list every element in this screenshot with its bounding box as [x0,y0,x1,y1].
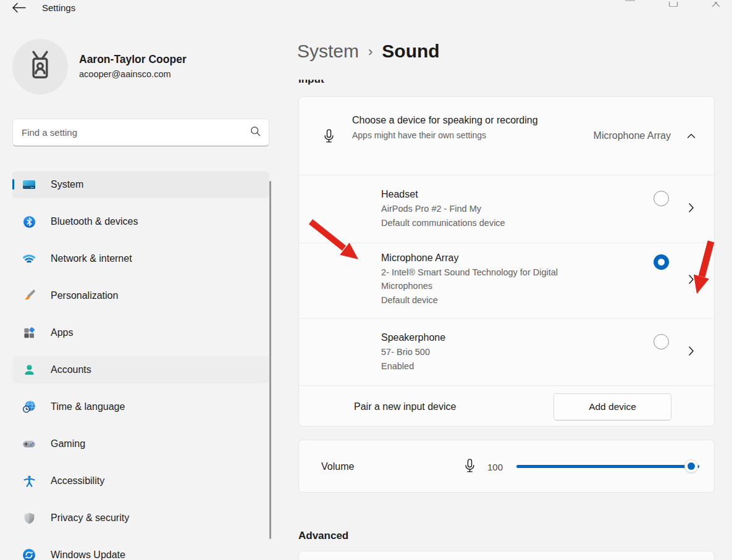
system-icon [22,178,36,191]
close-icon [709,2,723,7]
sidebar-item-label: System [51,179,83,190]
breadcrumb-separator-icon: › [368,43,372,60]
sidebar-item-system[interactable]: System [12,171,269,198]
expander-subtitle: Apps might have their own settings [352,130,538,140]
sidebar-item-bluetooth-devices[interactable]: Bluetooth & devices [12,208,269,235]
breadcrumb: System › Sound [297,41,440,62]
minimize-button[interactable] [625,0,635,1]
sidebar-item-personalization[interactable]: Personalization [12,282,269,309]
brush-icon [22,289,36,303]
microphone-array-radio[interactable] [654,254,669,270]
sidebar-item-label: Privacy & security [51,512,129,524]
chevron-up-icon[interactable] [687,130,696,141]
chevron-right-icon[interactable] [688,274,694,287]
speakerphone-radio[interactable] [654,334,669,349]
device-name: Microphone Array [381,251,586,265]
sidebar-item-label: Accessibility [51,475,104,487]
sidebar-item-network-internet[interactable]: Network & internet [12,245,269,272]
apps-icon [22,326,36,340]
volume-slider-track[interactable] [516,465,699,468]
pair-device-label: Pair a new input device [354,401,456,412]
sidebar-item-time-language[interactable]: Time & language [12,393,269,420]
device-status: Enabled [381,359,445,373]
pair-device-row: Pair a new input device Add device [299,385,714,427]
maximize-button[interactable] [668,0,679,7]
sidebar-item-label: Time & language [51,401,125,412]
headset-radio[interactable] [654,191,669,206]
bluetooth-icon [22,215,36,228]
advanced-card-clipped[interactable] [298,551,715,560]
id-badge-icon [24,51,56,83]
device-name: Speakerphone [381,331,445,345]
sidebar-scrollbar[interactable] [269,181,271,539]
sidebar-item-label: Gaming [51,438,85,449]
choose-device-expander[interactable]: Choose a device for speaking or recordin… [299,97,714,175]
sidebar-item-privacy-security[interactable]: Privacy & security [12,504,269,532]
page-title: Sound [382,41,439,62]
chevron-right-icon[interactable] [688,203,694,215]
maximize-icon [668,2,679,7]
selected-accent-bar [12,179,14,190]
sidebar-item-label: Network & internet [51,253,132,264]
device-row-headset[interactable]: Headset AirPods Pro #2 - Find My Default… [299,175,714,243]
sidebar-item-label: Windows Update [51,550,125,560]
search-icon [250,125,261,140]
expander-title: Choose a device for speaking or recordin… [352,113,538,127]
back-arrow-icon [12,2,27,15]
accounts-icon [22,363,36,377]
breadcrumb-parent[interactable]: System [297,41,359,62]
sidebar-item-apps[interactable]: Apps [12,319,269,346]
sidebar-item-accounts[interactable]: Accounts [12,356,269,383]
sidebar-item-label: Personalization [51,290,118,301]
window-title: Settings [42,2,75,13]
wifi-icon [22,252,36,265]
chevron-right-icon[interactable] [688,346,694,359]
shield-icon [22,511,36,525]
selected-device-value: Microphone Array [594,130,671,141]
sidebar-item-windows-update[interactable]: Windows Update [12,541,269,560]
volume-label: Volume [321,461,354,472]
device-row-speakerphone[interactable]: Speakerphone 57- Brio 500 Enabled [299,318,714,385]
sidebar-item-label: Bluetooth & devices [51,216,138,227]
profile-name: Aaron-Taylor Cooper [79,53,187,66]
device-status: Default device [381,293,586,307]
gamepad-icon [22,437,36,451]
search-box[interactable] [12,119,269,146]
windows-update-icon [22,548,36,560]
device-name: Headset [381,188,505,201]
device-detail: 2- Intel® Smart Sound Technology for Dig… [381,265,586,293]
device-detail: AirPods Pro #2 - Find My [381,202,505,215]
add-device-button[interactable]: Add device [553,393,671,420]
volume-slider-thumb[interactable] [684,459,698,473]
microphone-icon [462,458,477,476]
globe-clock-icon [22,400,36,414]
sidebar-item-accessibility[interactable]: Accessibility [12,467,269,495]
volume-value: 100 [487,462,503,472]
back-button[interactable] [10,1,28,16]
device-detail: 57- Brio 500 [381,345,445,359]
user-avatar[interactable] [12,39,68,94]
close-button[interactable] [709,0,723,7]
advanced-section-label: Advanced [298,530,348,542]
sidebar-item-gaming[interactable]: Gaming [12,430,269,458]
input-devices-card: Choose a device for speaking or recordin… [298,96,715,427]
device-row-microphone-array[interactable]: Microphone Array 2- Intel® Smart Sound T… [299,243,714,318]
device-status: Default communications device [381,216,505,230]
volume-card: Volume 100 [298,440,715,493]
microphone-icon [321,128,337,146]
sidebar-item-label: Apps [51,327,73,338]
sidebar-item-label: Accounts [51,364,91,375]
profile-email: acooper@aainsco.com [79,69,171,79]
search-input[interactable] [22,127,250,138]
accessibility-person-icon [22,474,36,488]
input-section-label: Input [298,80,372,88]
